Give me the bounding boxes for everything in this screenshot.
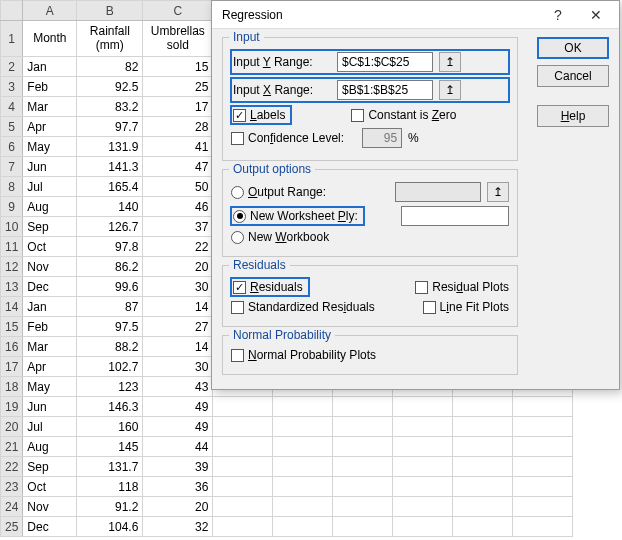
cell[interactable] xyxy=(513,417,573,437)
cell[interactable]: 15 xyxy=(143,57,213,77)
row-header[interactable]: 20 xyxy=(1,417,23,437)
cell[interactable] xyxy=(273,437,333,457)
cell[interactable] xyxy=(393,437,453,457)
row-header[interactable]: 22 xyxy=(1,457,23,477)
row-header[interactable]: 6 xyxy=(1,137,23,157)
row-header[interactable]: 3 xyxy=(1,77,23,97)
cell[interactable]: Feb xyxy=(23,317,77,337)
cell[interactable]: Dec xyxy=(23,277,77,297)
cell[interactable]: 37 xyxy=(143,217,213,237)
cell[interactable] xyxy=(213,437,273,457)
cell[interactable]: 126.7 xyxy=(77,217,143,237)
cell[interactable]: 140 xyxy=(77,197,143,217)
col-header[interactable]: A xyxy=(23,1,77,21)
cell[interactable] xyxy=(393,417,453,437)
cell[interactable]: 50 xyxy=(143,177,213,197)
cell[interactable] xyxy=(333,497,393,517)
cell[interactable]: 102.7 xyxy=(77,357,143,377)
standardized-residuals-checkbox[interactable]: Standardized Residuals xyxy=(231,300,375,314)
cell[interactable] xyxy=(333,457,393,477)
cell[interactable]: 123 xyxy=(77,377,143,397)
cell[interactable] xyxy=(213,477,273,497)
row-header[interactable]: 15 xyxy=(1,317,23,337)
cell[interactable]: 49 xyxy=(143,417,213,437)
cell[interactable]: 83.2 xyxy=(77,97,143,117)
cell[interactable] xyxy=(333,477,393,497)
cell[interactable] xyxy=(453,397,513,417)
cell[interactable]: 43 xyxy=(143,377,213,397)
cell[interactable] xyxy=(453,497,513,517)
cell[interactable]: 88.2 xyxy=(77,337,143,357)
cell[interactable] xyxy=(453,437,513,457)
cell[interactable] xyxy=(513,477,573,497)
cell[interactable]: Oct xyxy=(23,477,77,497)
cell[interactable]: Mar xyxy=(23,97,77,117)
cell[interactable]: Jun xyxy=(23,397,77,417)
cell[interactable]: Aug xyxy=(23,197,77,217)
cell[interactable]: 28 xyxy=(143,117,213,137)
cell[interactable]: Rainfall (mm) xyxy=(77,21,143,57)
new-worksheet-name-input[interactable] xyxy=(401,206,509,226)
cell[interactable] xyxy=(453,517,513,537)
cell[interactable]: 22 xyxy=(143,237,213,257)
row-header[interactable]: 4 xyxy=(1,97,23,117)
cell[interactable] xyxy=(273,517,333,537)
cell[interactable] xyxy=(453,457,513,477)
cell[interactable] xyxy=(273,497,333,517)
cell[interactable]: 146.3 xyxy=(77,397,143,417)
cell[interactable]: 46 xyxy=(143,197,213,217)
confidence-checkbox[interactable]: Confidence Level: xyxy=(231,131,344,145)
cell[interactable]: 25 xyxy=(143,77,213,97)
cell[interactable]: 145 xyxy=(77,437,143,457)
cell[interactable]: 97.5 xyxy=(77,317,143,337)
range-picker-icon[interactable]: ↥ xyxy=(487,182,509,202)
row-header[interactable]: 16 xyxy=(1,337,23,357)
row-header[interactable]: 8 xyxy=(1,177,23,197)
cell[interactable] xyxy=(273,417,333,437)
cell[interactable]: 41 xyxy=(143,137,213,157)
cell[interactable] xyxy=(513,397,573,417)
cell[interactable]: 165.4 xyxy=(77,177,143,197)
constant-zero-checkbox[interactable]: Constant is Zero xyxy=(351,108,456,122)
row-header[interactable]: 12 xyxy=(1,257,23,277)
cell[interactable]: Jul xyxy=(23,417,77,437)
cell[interactable]: Jun xyxy=(23,157,77,177)
labels-checkbox[interactable]: Labels xyxy=(231,106,291,124)
cell[interactable]: 97.7 xyxy=(77,117,143,137)
row-header[interactable]: 13 xyxy=(1,277,23,297)
cell[interactable] xyxy=(453,417,513,437)
row-header[interactable]: 14 xyxy=(1,297,23,317)
cell[interactable]: 30 xyxy=(143,357,213,377)
cell[interactable]: 86.2 xyxy=(77,257,143,277)
cell[interactable]: Oct xyxy=(23,237,77,257)
cell[interactable] xyxy=(393,477,453,497)
cell[interactable]: Aug xyxy=(23,437,77,457)
ok-button[interactable]: OK xyxy=(537,37,609,59)
input-y-range[interactable] xyxy=(337,52,433,72)
cell[interactable]: 160 xyxy=(77,417,143,437)
cell[interactable] xyxy=(333,417,393,437)
row-header[interactable]: 18 xyxy=(1,377,23,397)
cell[interactable]: Nov xyxy=(23,257,77,277)
row-header[interactable]: 9 xyxy=(1,197,23,217)
cell[interactable]: 20 xyxy=(143,497,213,517)
close-icon[interactable]: ✕ xyxy=(577,2,615,28)
row-header[interactable]: 1 xyxy=(1,21,23,57)
cell[interactable]: Apr xyxy=(23,357,77,377)
cell[interactable] xyxy=(513,437,573,457)
cell[interactable]: 141.3 xyxy=(77,157,143,177)
cell[interactable]: Nov xyxy=(23,497,77,517)
cell[interactable]: 30 xyxy=(143,277,213,297)
range-picker-icon[interactable]: ↥ xyxy=(439,52,461,72)
cell[interactable]: 91.2 xyxy=(77,497,143,517)
output-range-input[interactable] xyxy=(395,182,481,202)
normal-probability-plots-checkbox[interactable]: Normal Probability Plots xyxy=(231,348,376,362)
cell[interactable]: May xyxy=(23,137,77,157)
cell[interactable]: Sep xyxy=(23,217,77,237)
row-header[interactable]: 10 xyxy=(1,217,23,237)
cell[interactable]: 49 xyxy=(143,397,213,417)
cell[interactable] xyxy=(393,457,453,477)
cell[interactable]: 14 xyxy=(143,297,213,317)
row-header[interactable]: 17 xyxy=(1,357,23,377)
row-header[interactable]: 5 xyxy=(1,117,23,137)
